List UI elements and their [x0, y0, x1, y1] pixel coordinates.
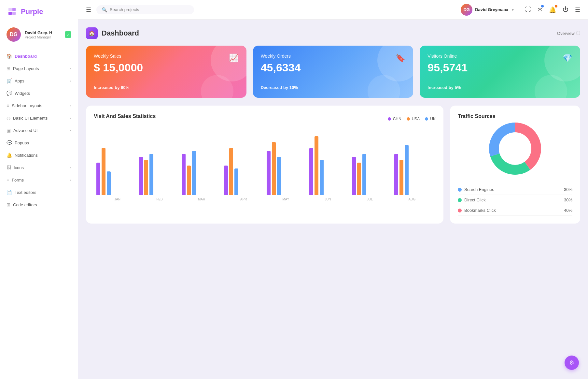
- nav-label: Text editors: [15, 190, 36, 195]
- bar-chn-3: [224, 166, 228, 195]
- traffic-label-bookmarks: Bookmarks Click: [464, 208, 496, 213]
- topbar: ☰ 🔍 DG David Greymaax ▼ ⛶ ✉ 🔔 ⏻ ☰: [78, 0, 588, 20]
- stat-change-2: Increased by 5%: [427, 85, 572, 90]
- sidebar-item-advanced-ui[interactable]: ▣ Advanced UI ‹: [0, 124, 78, 137]
- nav-icon: 📄: [7, 190, 12, 195]
- bar-chn-2: [182, 154, 186, 195]
- nav-label: Sidebar Layouts: [12, 103, 42, 108]
- menu-toggle-button[interactable]: ☰: [86, 6, 91, 13]
- power-button[interactable]: ⏻: [563, 6, 568, 13]
- nav-left: 🏠 Dashboard: [7, 53, 37, 59]
- nav-label: Advanced UI: [13, 128, 37, 133]
- sidebar-user-profile: DG David Grey. H Project Manager ✓: [0, 23, 78, 47]
- nav-icon: 💬: [7, 140, 12, 145]
- nav-label: Code editors: [13, 202, 37, 207]
- nav-label: Basic UI Elements: [13, 116, 48, 121]
- stat-card-visitors: 💎 Visitors Online 95,5741 Increased by 5…: [420, 46, 580, 98]
- search-input[interactable]: [110, 7, 189, 12]
- settings-fab[interactable]: ⚙: [565, 356, 579, 370]
- nav-left: ◎ Basic UI Elements: [7, 115, 48, 121]
- sidebar-nav: 🏠 Dashboard ⊞ Page Layouts ‹ 🛒 Apps ‹ 💬 …: [0, 47, 78, 213]
- nav-label: Notifications: [15, 153, 38, 158]
- sidebar-item-apps[interactable]: 🛒 Apps ‹: [0, 75, 78, 87]
- logo-area[interactable]: Purple: [0, 0, 78, 23]
- chevron-icon: ‹: [70, 104, 71, 108]
- overview-link[interactable]: Overview ⓘ: [557, 30, 580, 36]
- nav-right: ‹: [70, 66, 71, 70]
- sidebar-item-code-editors[interactable]: ⊞ Code editors: [0, 198, 78, 211]
- fullscreen-button[interactable]: ⛶: [525, 6, 531, 13]
- bar-group-AUG: [394, 145, 433, 195]
- bar-uk-1: [149, 154, 153, 195]
- traffic-label-direct: Direct Click: [464, 197, 486, 202]
- traffic-dot-bookmarks: [458, 209, 462, 212]
- bar-month-JAN: JAN: [96, 197, 138, 201]
- sidebar-item-text-editors[interactable]: 📄 Text editors: [0, 186, 78, 198]
- sidebar-item-notifications[interactable]: 🔔 Notifications: [0, 149, 78, 161]
- bar-usa-3: [229, 148, 233, 195]
- bar-month-JUL: JUL: [349, 197, 391, 201]
- avatar: DG: [7, 27, 21, 42]
- search-box: 🔍: [96, 5, 194, 14]
- chevron-icon: ‹: [70, 128, 71, 132]
- user-name: David Grey. H: [25, 30, 61, 35]
- traffic-legend-left-2: Bookmarks Click: [458, 208, 496, 213]
- bar-month-AUG: AUG: [391, 197, 433, 201]
- stat-label-1: Weekly Orders: [261, 53, 406, 59]
- nav-left: ≡ Forms: [7, 177, 24, 182]
- sidebar-item-popups[interactable]: 💬 Popups: [0, 137, 78, 149]
- chevron-icon: ‹: [70, 79, 71, 83]
- info-icon: ⓘ: [576, 30, 580, 36]
- sidebar-item-widgets[interactable]: 💬 Widgets: [0, 87, 78, 99]
- nav-icon: ◎: [7, 115, 10, 121]
- nav-icon: ⊞: [7, 66, 10, 71]
- nav-label: Forms: [12, 178, 24, 182]
- bar-group-APR: [224, 148, 263, 195]
- bar-group-FEB: [139, 154, 178, 195]
- legend-chn: CHN: [388, 117, 401, 121]
- bar-chn-7: [394, 154, 398, 195]
- topbar-user[interactable]: DG David Greymaax ▼: [461, 4, 515, 16]
- sidebar-item-page-layouts[interactable]: ⊞ Page Layouts ‹: [0, 62, 78, 75]
- traffic-legend-left-0: Search Engines: [458, 187, 494, 192]
- legend-label-chn: CHN: [393, 117, 401, 121]
- sidebar-item-icons[interactable]: 🖼 Icons ‹: [0, 161, 78, 174]
- bar-group-MAY: [267, 142, 305, 195]
- nav-label: Apps: [15, 79, 24, 83]
- nav-right: ‹: [70, 128, 71, 132]
- chevron-icon: ‹: [70, 66, 71, 70]
- bar-labels: JANFEBMARAPRMAYJUNJULAUG: [94, 197, 436, 201]
- nav-left: 💬 Popups: [7, 140, 29, 145]
- nav-left: 💬 Widgets: [7, 91, 30, 96]
- nav-icon: ≡: [7, 103, 9, 108]
- list-button[interactable]: ☰: [575, 6, 580, 13]
- bar-chart-header: Visit And Sales Statistics CHN USA UK: [94, 113, 436, 124]
- legend-label-usa: USA: [412, 117, 420, 121]
- sidebar-item-dashboard[interactable]: 🏠 Dashboard: [0, 50, 78, 62]
- sidebar-item-basic-ui-elements[interactable]: ◎ Basic UI Elements ‹: [0, 112, 78, 124]
- donut-wrap: Search Engines 30% Direct Click 30%: [458, 119, 572, 216]
- legend-label-uk: UK: [430, 117, 436, 121]
- bar-uk-3: [234, 168, 238, 195]
- bar-usa-1: [144, 160, 148, 195]
- nav-label: Page Layouts: [13, 66, 39, 71]
- nav-right: ‹: [70, 178, 71, 182]
- nav-left: ▣ Advanced UI: [7, 128, 37, 133]
- bar-uk-7: [405, 145, 409, 195]
- nav-right: ‹: [70, 116, 71, 120]
- sidebar-item-sidebar-layouts[interactable]: ≡ Sidebar Layouts ‹: [0, 99, 78, 112]
- mail-button[interactable]: ✉: [538, 6, 542, 13]
- donut-chart-card: Traffic Sources: [450, 106, 580, 224]
- traffic-legend-left-1: Direct Click: [458, 197, 486, 202]
- nav-label: Dashboard: [15, 54, 37, 59]
- nav-icon: 🛒: [7, 78, 12, 83]
- nav-icon: 🖼: [7, 165, 11, 170]
- traffic-item-direct: Direct Click 30%: [458, 195, 572, 205]
- user-role: Project Manager: [25, 35, 61, 39]
- bar-chn-0: [96, 163, 100, 195]
- sidebar-item-forms[interactable]: ≡ Forms ‹: [0, 174, 78, 186]
- bar-group-JUN: [309, 136, 348, 195]
- bar-chn-5: [309, 148, 313, 195]
- bar-chn-4: [267, 151, 271, 195]
- notification-button[interactable]: 🔔: [549, 6, 556, 13]
